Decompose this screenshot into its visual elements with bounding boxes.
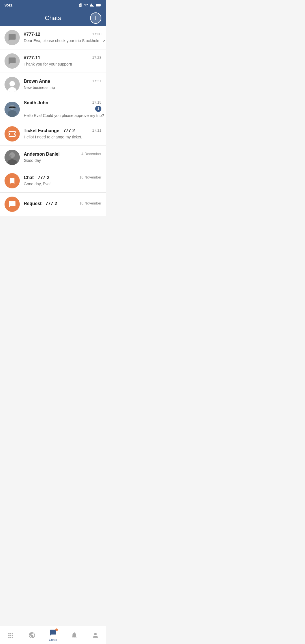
grid-icon	[7, 632, 14, 639]
bottom-navigation: Chats	[0, 626, 106, 644]
chat-preview-777-11: Thank you for your support!	[24, 62, 72, 66]
chat-content-brown-anna: Brown Anna 17:27 New business trip	[24, 79, 101, 90]
svg-point-10	[8, 110, 17, 117]
unread-badge-smith-john: 1	[95, 106, 101, 112]
chat-time-777-11: 17:28	[92, 55, 101, 60]
chat-preview-777-12: Dear Eva, please check your trip Stockho…	[24, 38, 106, 43]
chat-notification-dot	[55, 628, 58, 631]
chat-item-smith-john[interactable]: Smith John 17:15 1 Hello Eva! Could you …	[0, 96, 106, 122]
svg-rect-2	[96, 4, 100, 6]
nav-item-globe[interactable]	[21, 630, 42, 640]
sim-icon	[78, 3, 82, 7]
plus-icon	[93, 15, 99, 21]
chat-preview-smith-john: Hello Eva! Could you please approve my t…	[24, 113, 104, 118]
chat-time-anderson-daniel: 4 December	[81, 152, 101, 156]
wifi-icon	[84, 3, 88, 7]
globe-icon	[28, 632, 36, 639]
status-icons	[78, 3, 101, 7]
chat-name-smith-john: Smith John	[24, 100, 48, 105]
nav-label-chats: Chats	[49, 638, 57, 641]
nav-item-chats[interactable]: Chats	[42, 628, 64, 643]
avatar-ticket-exchange	[5, 126, 20, 142]
chat-preview-ticket-exchange: Hello! I need to change my ticket.	[24, 135, 82, 139]
avatar-777-11	[5, 53, 20, 69]
chat-time-777-12: 17:30	[92, 32, 101, 36]
avatar-anderson-daniel	[5, 150, 20, 165]
chat-list: #777-12 17:30 Dear Eva, please check you…	[0, 26, 106, 216]
nav-item-grid[interactable]	[0, 630, 21, 640]
chat-name-chat-777-2: Chat - 777-2	[24, 175, 49, 180]
chat-item-request-777-2[interactable]: Request - 777-2 16 November	[0, 193, 106, 216]
chat-bubble-icon	[8, 57, 16, 65]
chat-content-request-777-2: Request - 777-2 16 November	[24, 201, 101, 207]
chat-name-brown-anna: Brown Anna	[24, 79, 50, 84]
chat-content-777-11: #777-11 17:28 Thank you for your support…	[24, 55, 101, 67]
chat-bubble-icon-2	[8, 200, 16, 208]
status-bar: 9:41	[0, 0, 106, 10]
chat-name-777-12: #777-12	[24, 32, 40, 37]
anderson-photo-icon	[5, 150, 20, 165]
chat-time-smith-john: 17:15	[92, 100, 101, 105]
avatar-request-777-2	[5, 197, 20, 212]
chat-item-anderson-daniel[interactable]: Anderson Daniel 4 December Good day	[0, 146, 106, 169]
chat-item-777-12[interactable]: #777-12 17:30 Dear Eva, please check you…	[0, 26, 106, 49]
chat-time-chat-777-2: 16 November	[79, 175, 101, 179]
chat-name-request-777-2: Request - 777-2	[24, 201, 57, 206]
chat-item-777-11[interactable]: #777-11 17:28 Thank you for your support…	[0, 49, 106, 73]
app-bar: Chats	[0, 10, 106, 26]
person-nav-icon	[92, 632, 99, 639]
chat-name-ticket-exchange: Ticket Exchange - 777-2	[24, 128, 75, 133]
smith-photo-icon	[5, 102, 20, 117]
chat-time-request-777-2: 16 November	[79, 201, 101, 205]
svg-point-14	[10, 155, 12, 157]
svg-rect-1	[101, 5, 101, 5]
nav-item-bell[interactable]	[64, 630, 85, 640]
avatar-brown-anna	[5, 77, 20, 92]
chat-bubble-icon	[8, 33, 16, 42]
chat-content-chat-777-2: Chat - 777-2 16 November Good day, Eva!	[24, 175, 101, 186]
chat-preview-chat-777-2: Good day, Eva!	[24, 182, 51, 186]
bell-icon	[71, 632, 78, 639]
chat-preview-brown-anna: New business trip	[24, 85, 55, 90]
ticket-icon	[8, 130, 16, 138]
chat-content-ticket-exchange: Ticket Exchange - 777-2 17:11 Hello! I n…	[24, 128, 101, 140]
avatar-chat-777-2	[5, 173, 20, 188]
chat-item-brown-anna[interactable]: Brown Anna 17:27 New business trip	[0, 73, 106, 96]
svg-point-3	[9, 81, 15, 86]
chat-preview-anderson-daniel: Good day	[24, 158, 41, 163]
chat-name-777-11: #777-11	[24, 55, 40, 60]
chat-item-ticket-exchange-777-2[interactable]: Ticket Exchange - 777-2 17:11 Hello! I n…	[0, 122, 106, 146]
chat-content-smith-john: Smith John 17:15 1 Hello Eva! Could you …	[24, 100, 101, 118]
chat-time-ticket-exchange: 17:11	[92, 128, 101, 132]
bookmark-icon	[8, 177, 16, 185]
battery-icon	[96, 3, 101, 7]
svg-rect-9	[13, 107, 16, 108]
signal-icon	[90, 3, 94, 7]
chat-time-brown-anna: 17:27	[92, 79, 101, 83]
nav-item-person[interactable]	[85, 630, 106, 640]
svg-rect-8	[9, 107, 12, 108]
chat-content-anderson-daniel: Anderson Daniel 4 December Good day	[24, 152, 101, 163]
avatar-smith-john	[5, 102, 20, 117]
person-silhouette-icon	[7, 80, 17, 92]
avatar-777-12	[5, 30, 20, 45]
chat-item-chat-777-2[interactable]: Chat - 777-2 16 November Good day, Eva!	[0, 169, 106, 193]
chat-name-anderson-daniel: Anderson Daniel	[24, 152, 60, 157]
svg-point-4	[8, 87, 17, 92]
page-title: Chats	[16, 14, 90, 22]
svg-point-12	[9, 152, 15, 158]
status-time: 9:41	[5, 3, 12, 7]
chat-content-777-12: #777-12 17:30 Dear Eva, please check you…	[24, 32, 101, 43]
add-chat-button[interactable]	[90, 12, 101, 24]
